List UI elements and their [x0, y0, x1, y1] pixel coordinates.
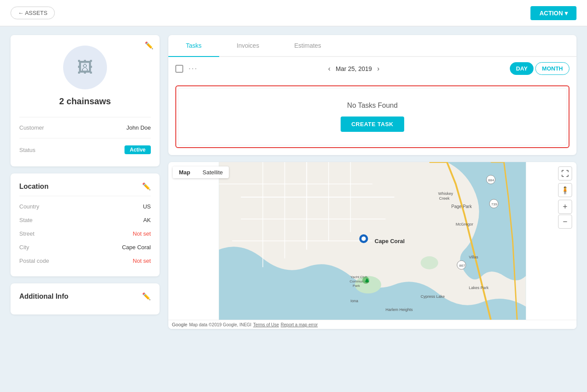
map-controls: 🧍 + −: [558, 166, 572, 229]
divider: [19, 117, 151, 117]
edit-location-icon[interactable]: ✏️: [142, 182, 151, 191]
svg-point-12: [421, 256, 438, 269]
map-svg: Cape Coral Page Park Whiskey Creek McGre…: [168, 162, 576, 320]
date-navigation: ‹ Mar 25, 2019 ›: [328, 65, 379, 73]
svg-point-14: [362, 237, 366, 241]
street-view-button[interactable]: 🧍: [558, 183, 572, 197]
status-row: Status Active: [19, 142, 151, 158]
toolbar-left: ···: [175, 64, 198, 73]
street-row: Street Not set: [19, 227, 151, 240]
fullscreen-icon: [562, 170, 569, 177]
state-label: State: [19, 217, 32, 223]
postal-value: Not set: [133, 258, 151, 264]
svg-text:739: 739: [491, 202, 498, 206]
report-link[interactable]: Report a map error: [281, 322, 317, 327]
select-all-checkbox[interactable]: [175, 65, 183, 73]
postal-row: Postal code Not set: [19, 254, 151, 268]
main-content: ✏️ 🖼 2 chainsaws Customer John Doe Statu…: [0, 26, 587, 338]
customer-label: Customer: [19, 124, 44, 131]
status-label: Status: [19, 147, 36, 153]
google-logo: Google: [172, 322, 187, 327]
customer-row: Customer John Doe: [19, 121, 151, 134]
city-label: City: [19, 244, 29, 251]
prev-date-button[interactable]: ‹: [328, 65, 330, 73]
location-card: Location ✏️ Country US State AK Street N…: [11, 173, 160, 276]
street-label: Street: [19, 230, 35, 237]
svg-text:Villas: Villas: [469, 255, 479, 259]
asset-name: 2 chainsaws: [59, 96, 111, 106]
back-button[interactable]: ← ASSETS: [11, 7, 55, 19]
task-toolbar: ··· ‹ Mar 25, 2019 › DAY MONTH: [168, 57, 576, 80]
svg-text:Whiskey: Whiskey: [438, 191, 454, 196]
country-label: Country: [19, 203, 39, 210]
back-label: ← ASSETS: [18, 10, 47, 16]
next-date-button[interactable]: ›: [377, 65, 379, 73]
no-tasks-inner: No Tasks Found CREATE TASK: [178, 88, 567, 145]
svg-text:Cape Coral: Cape Coral: [375, 238, 405, 244]
satellite-view-button[interactable]: Satellite: [196, 166, 229, 178]
day-view-button[interactable]: DAY: [510, 62, 534, 75]
more-options-button[interactable]: ···: [189, 64, 198, 73]
left-panel: ✏️ 🖼 2 chainsaws Customer John Doe Statu…: [11, 35, 160, 329]
svg-text:McGregor: McGregor: [456, 222, 473, 226]
location-divider: [19, 196, 151, 196]
state-value: AK: [143, 217, 151, 223]
city-value: Cape Coral: [122, 244, 151, 251]
action-button[interactable]: ACTION ▾: [530, 6, 576, 20]
street-value: Not set: [133, 230, 151, 237]
pegman-icon: 🧍: [561, 186, 569, 194]
map-footer: Google Map data ©2019 Google, INEGI Term…: [168, 320, 576, 329]
tab-estimates[interactable]: Estimates: [277, 35, 338, 57]
additional-info-card: Additional Info ✏️: [11, 283, 160, 314]
fullscreen-button[interactable]: [558, 166, 572, 180]
additional-info-header: Additional Info ✏️: [19, 292, 151, 300]
terms-link[interactable]: Terms of Use: [253, 322, 279, 327]
postal-label: Postal code: [19, 258, 49, 264]
create-task-button[interactable]: CREATE TASK: [341, 117, 404, 132]
svg-text:Creek: Creek: [439, 196, 450, 201]
view-toggle: DAY MONTH: [510, 62, 569, 75]
avatar: 🖼: [63, 46, 107, 89]
current-date: Mar 25, 2019: [336, 65, 372, 72]
country-row: Country US: [19, 200, 151, 213]
city-row: City Cape Coral: [19, 240, 151, 254]
tab-invoices[interactable]: Invoices: [219, 35, 277, 57]
svg-text:Cypress Lake: Cypress Lake: [421, 294, 445, 299]
zoom-in-button[interactable]: +: [558, 200, 572, 214]
month-view-button[interactable]: MONTH: [535, 62, 569, 75]
svg-text:Harlem Heights: Harlem Heights: [386, 307, 413, 312]
location-title: Location: [19, 183, 49, 191]
svg-text:867: 867: [459, 264, 466, 268]
svg-text:Page Park: Page Park: [452, 204, 473, 209]
state-row: State AK: [19, 213, 151, 227]
status-badge: Active: [125, 145, 151, 154]
svg-text:Lakes Park: Lakes Park: [469, 286, 489, 290]
zoom-out-button[interactable]: −: [558, 215, 572, 229]
divider-2: [19, 138, 151, 138]
avatar-icon: 🖼: [77, 58, 93, 77]
no-tasks-highlight: No Tasks Found CREATE TASK: [175, 85, 569, 148]
no-tasks-message: No Tasks Found: [347, 102, 398, 109]
map-area: Cape Coral Page Park Whiskey Creek McGre…: [168, 162, 576, 320]
map-view-button[interactable]: Map: [173, 166, 196, 178]
edit-profile-icon[interactable]: ✏️: [145, 41, 153, 49]
additional-info-title: Additional Info: [19, 293, 68, 300]
map-data-credit: Map data ©2019 Google, INEGI: [189, 322, 251, 327]
map-card: Cape Coral Page Park Whiskey Creek McGre…: [168, 162, 576, 329]
action-label: ACTION ▾: [539, 10, 568, 17]
tab-tasks[interactable]: Tasks: [168, 35, 219, 57]
tabs-header: Tasks Invoices Estimates: [168, 35, 576, 57]
customer-value: John Doe: [126, 124, 151, 131]
no-tasks-container: No Tasks Found CREATE TASK: [168, 80, 576, 155]
profile-card: ✏️ 🖼 2 chainsaws Customer John Doe Statu…: [11, 35, 160, 166]
location-header: Location ✏️: [19, 182, 151, 191]
right-panel: Tasks Invoices Estimates ··· ‹ Mar 25, 2…: [168, 35, 576, 329]
svg-text:🌲: 🌲: [364, 278, 370, 283]
edit-additional-icon[interactable]: ✏️: [142, 292, 151, 300]
top-nav: ← ASSETS ACTION ▾: [0, 0, 587, 26]
svg-text:Park: Park: [353, 284, 360, 288]
tabs-card: Tasks Invoices Estimates ··· ‹ Mar 25, 2…: [168, 35, 576, 155]
country-value: US: [143, 203, 151, 210]
map-type-toggle: Map Satellite: [173, 166, 229, 178]
svg-text:884: 884: [488, 178, 495, 182]
